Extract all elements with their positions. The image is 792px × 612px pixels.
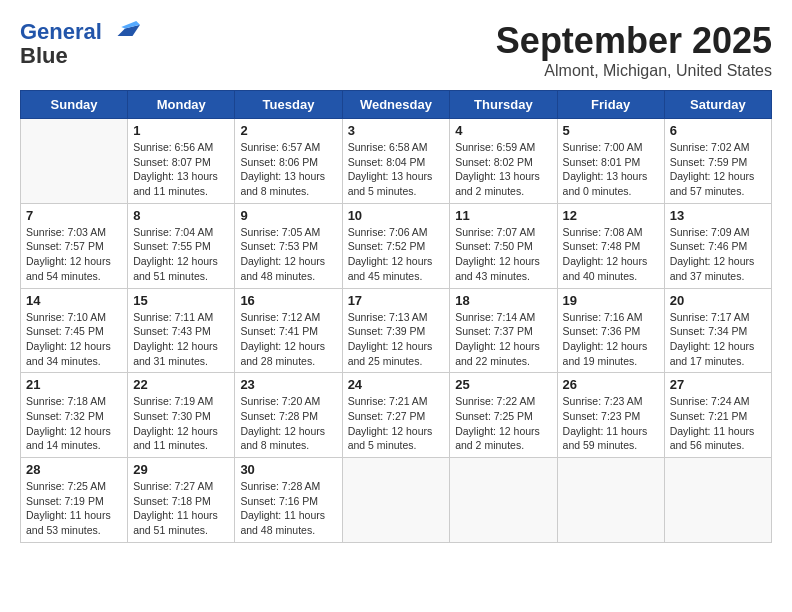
weekday-header-friday: Friday bbox=[557, 91, 664, 119]
calendar-cell: 13Sunrise: 7:09 AM Sunset: 7:46 PM Dayli… bbox=[664, 203, 771, 288]
day-number: 14 bbox=[26, 293, 122, 308]
day-info: Sunrise: 7:19 AM Sunset: 7:30 PM Dayligh… bbox=[133, 394, 229, 453]
calendar-cell: 16Sunrise: 7:12 AM Sunset: 7:41 PM Dayli… bbox=[235, 288, 342, 373]
calendar-cell: 23Sunrise: 7:20 AM Sunset: 7:28 PM Dayli… bbox=[235, 373, 342, 458]
weekday-header-row: SundayMondayTuesdayWednesdayThursdayFrid… bbox=[21, 91, 772, 119]
day-info: Sunrise: 7:02 AM Sunset: 7:59 PM Dayligh… bbox=[670, 140, 766, 199]
day-number: 7 bbox=[26, 208, 122, 223]
day-info: Sunrise: 6:56 AM Sunset: 8:07 PM Dayligh… bbox=[133, 140, 229, 199]
day-info: Sunrise: 6:57 AM Sunset: 8:06 PM Dayligh… bbox=[240, 140, 336, 199]
day-number: 29 bbox=[133, 462, 229, 477]
calendar-cell: 10Sunrise: 7:06 AM Sunset: 7:52 PM Dayli… bbox=[342, 203, 450, 288]
day-number: 4 bbox=[455, 123, 551, 138]
calendar-cell: 21Sunrise: 7:18 AM Sunset: 7:32 PM Dayli… bbox=[21, 373, 128, 458]
weekday-header-tuesday: Tuesday bbox=[235, 91, 342, 119]
day-info: Sunrise: 6:58 AM Sunset: 8:04 PM Dayligh… bbox=[348, 140, 445, 199]
logo-blue: Blue bbox=[20, 43, 68, 68]
logo: General Blue bbox=[20, 20, 140, 68]
day-number: 16 bbox=[240, 293, 336, 308]
location: Almont, Michigan, United States bbox=[496, 62, 772, 80]
day-number: 20 bbox=[670, 293, 766, 308]
calendar-cell: 6Sunrise: 7:02 AM Sunset: 7:59 PM Daylig… bbox=[664, 119, 771, 204]
calendar-cell: 30Sunrise: 7:28 AM Sunset: 7:16 PM Dayli… bbox=[235, 458, 342, 543]
logo-text: General bbox=[20, 20, 140, 44]
day-number: 10 bbox=[348, 208, 445, 223]
calendar-cell: 19Sunrise: 7:16 AM Sunset: 7:36 PM Dayli… bbox=[557, 288, 664, 373]
calendar-cell: 27Sunrise: 7:24 AM Sunset: 7:21 PM Dayli… bbox=[664, 373, 771, 458]
weekday-header-thursday: Thursday bbox=[450, 91, 557, 119]
calendar-cell: 7Sunrise: 7:03 AM Sunset: 7:57 PM Daylig… bbox=[21, 203, 128, 288]
calendar-cell: 22Sunrise: 7:19 AM Sunset: 7:30 PM Dayli… bbox=[128, 373, 235, 458]
calendar-cell: 24Sunrise: 7:21 AM Sunset: 7:27 PM Dayli… bbox=[342, 373, 450, 458]
logo-icon bbox=[110, 21, 140, 39]
calendar-cell bbox=[21, 119, 128, 204]
day-info: Sunrise: 7:20 AM Sunset: 7:28 PM Dayligh… bbox=[240, 394, 336, 453]
day-number: 11 bbox=[455, 208, 551, 223]
day-number: 30 bbox=[240, 462, 336, 477]
day-number: 12 bbox=[563, 208, 659, 223]
day-info: Sunrise: 7:00 AM Sunset: 8:01 PM Dayligh… bbox=[563, 140, 659, 199]
weekday-header-wednesday: Wednesday bbox=[342, 91, 450, 119]
header: General Blue September 2025 Almont, Mich… bbox=[20, 20, 772, 80]
day-number: 27 bbox=[670, 377, 766, 392]
calendar-cell bbox=[664, 458, 771, 543]
day-number: 8 bbox=[133, 208, 229, 223]
day-info: Sunrise: 7:13 AM Sunset: 7:39 PM Dayligh… bbox=[348, 310, 445, 369]
day-info: Sunrise: 7:12 AM Sunset: 7:41 PM Dayligh… bbox=[240, 310, 336, 369]
weekday-header-monday: Monday bbox=[128, 91, 235, 119]
month-title: September 2025 bbox=[496, 20, 772, 62]
calendar-cell: 12Sunrise: 7:08 AM Sunset: 7:48 PM Dayli… bbox=[557, 203, 664, 288]
calendar-cell bbox=[557, 458, 664, 543]
weekday-header-sunday: Sunday bbox=[21, 91, 128, 119]
calendar-cell: 1Sunrise: 6:56 AM Sunset: 8:07 PM Daylig… bbox=[128, 119, 235, 204]
calendar-cell bbox=[342, 458, 450, 543]
day-number: 23 bbox=[240, 377, 336, 392]
calendar-cell: 20Sunrise: 7:17 AM Sunset: 7:34 PM Dayli… bbox=[664, 288, 771, 373]
day-number: 22 bbox=[133, 377, 229, 392]
day-number: 9 bbox=[240, 208, 336, 223]
calendar-cell: 2Sunrise: 6:57 AM Sunset: 8:06 PM Daylig… bbox=[235, 119, 342, 204]
calendar-cell: 9Sunrise: 7:05 AM Sunset: 7:53 PM Daylig… bbox=[235, 203, 342, 288]
day-info: Sunrise: 7:07 AM Sunset: 7:50 PM Dayligh… bbox=[455, 225, 551, 284]
day-number: 5 bbox=[563, 123, 659, 138]
day-number: 1 bbox=[133, 123, 229, 138]
day-info: Sunrise: 7:06 AM Sunset: 7:52 PM Dayligh… bbox=[348, 225, 445, 284]
calendar-cell: 29Sunrise: 7:27 AM Sunset: 7:18 PM Dayli… bbox=[128, 458, 235, 543]
day-info: Sunrise: 7:14 AM Sunset: 7:37 PM Dayligh… bbox=[455, 310, 551, 369]
day-number: 26 bbox=[563, 377, 659, 392]
week-row-5: 28Sunrise: 7:25 AM Sunset: 7:19 PM Dayli… bbox=[21, 458, 772, 543]
day-info: Sunrise: 7:03 AM Sunset: 7:57 PM Dayligh… bbox=[26, 225, 122, 284]
week-row-1: 1Sunrise: 6:56 AM Sunset: 8:07 PM Daylig… bbox=[21, 119, 772, 204]
day-info: Sunrise: 7:10 AM Sunset: 7:45 PM Dayligh… bbox=[26, 310, 122, 369]
day-info: Sunrise: 7:27 AM Sunset: 7:18 PM Dayligh… bbox=[133, 479, 229, 538]
calendar-cell: 28Sunrise: 7:25 AM Sunset: 7:19 PM Dayli… bbox=[21, 458, 128, 543]
calendar-cell: 5Sunrise: 7:00 AM Sunset: 8:01 PM Daylig… bbox=[557, 119, 664, 204]
day-number: 17 bbox=[348, 293, 445, 308]
day-info: Sunrise: 7:05 AM Sunset: 7:53 PM Dayligh… bbox=[240, 225, 336, 284]
day-info: Sunrise: 7:21 AM Sunset: 7:27 PM Dayligh… bbox=[348, 394, 445, 453]
week-row-4: 21Sunrise: 7:18 AM Sunset: 7:32 PM Dayli… bbox=[21, 373, 772, 458]
day-number: 2 bbox=[240, 123, 336, 138]
day-number: 3 bbox=[348, 123, 445, 138]
day-number: 15 bbox=[133, 293, 229, 308]
day-info: Sunrise: 7:28 AM Sunset: 7:16 PM Dayligh… bbox=[240, 479, 336, 538]
calendar-cell: 15Sunrise: 7:11 AM Sunset: 7:43 PM Dayli… bbox=[128, 288, 235, 373]
week-row-3: 14Sunrise: 7:10 AM Sunset: 7:45 PM Dayli… bbox=[21, 288, 772, 373]
day-number: 25 bbox=[455, 377, 551, 392]
day-number: 13 bbox=[670, 208, 766, 223]
calendar-cell: 17Sunrise: 7:13 AM Sunset: 7:39 PM Dayli… bbox=[342, 288, 450, 373]
day-info: Sunrise: 7:25 AM Sunset: 7:19 PM Dayligh… bbox=[26, 479, 122, 538]
calendar-cell: 8Sunrise: 7:04 AM Sunset: 7:55 PM Daylig… bbox=[128, 203, 235, 288]
day-info: Sunrise: 7:18 AM Sunset: 7:32 PM Dayligh… bbox=[26, 394, 122, 453]
calendar-cell: 4Sunrise: 6:59 AM Sunset: 8:02 PM Daylig… bbox=[450, 119, 557, 204]
day-info: Sunrise: 7:04 AM Sunset: 7:55 PM Dayligh… bbox=[133, 225, 229, 284]
day-number: 19 bbox=[563, 293, 659, 308]
day-info: Sunrise: 7:09 AM Sunset: 7:46 PM Dayligh… bbox=[670, 225, 766, 284]
calendar: SundayMondayTuesdayWednesdayThursdayFrid… bbox=[20, 90, 772, 543]
day-info: Sunrise: 7:11 AM Sunset: 7:43 PM Dayligh… bbox=[133, 310, 229, 369]
day-number: 18 bbox=[455, 293, 551, 308]
calendar-cell: 3Sunrise: 6:58 AM Sunset: 8:04 PM Daylig… bbox=[342, 119, 450, 204]
day-number: 24 bbox=[348, 377, 445, 392]
day-number: 6 bbox=[670, 123, 766, 138]
day-info: Sunrise: 7:17 AM Sunset: 7:34 PM Dayligh… bbox=[670, 310, 766, 369]
